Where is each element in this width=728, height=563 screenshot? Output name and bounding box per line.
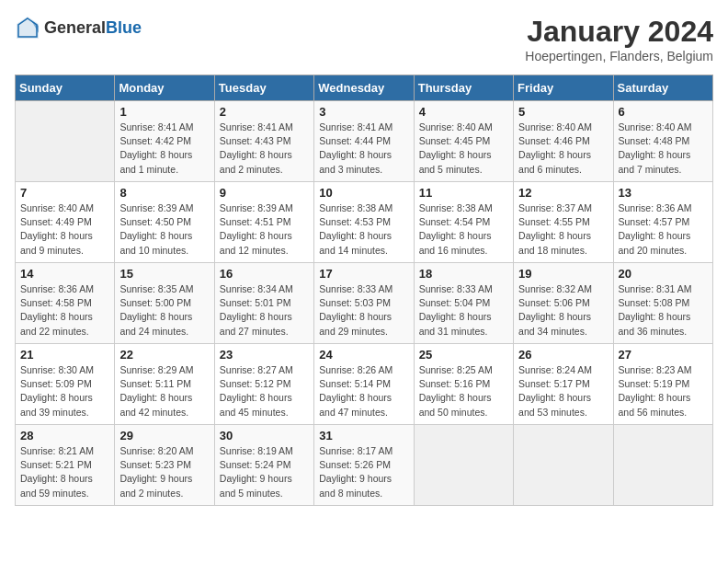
day-number: 23 — [220, 348, 309, 362]
day-info: Sunrise: 8:33 AMSunset: 5:04 PMDaylight:… — [419, 282, 508, 339]
day-number: 29 — [119, 429, 209, 442]
calendar-day-cell: 7Sunrise: 8:40 AMSunset: 4:49 PMDaylight… — [16, 182, 115, 263]
day-info: Sunrise: 8:24 AMSunset: 5:17 PMDaylight:… — [518, 363, 608, 419]
calendar-day-cell: 11Sunrise: 8:38 AMSunset: 4:54 PMDayligh… — [414, 182, 513, 263]
calendar-day-cell: 31Sunrise: 8:17 AMSunset: 5:26 PMDayligh… — [314, 425, 414, 506]
day-number: 31 — [319, 429, 408, 442]
calendar-table: SundayMondayTuesdayWednesdayThursdayFrid… — [15, 75, 713, 506]
day-info: Sunrise: 8:39 AMSunset: 4:50 PMDaylight:… — [119, 201, 209, 258]
day-number: 13 — [619, 186, 708, 200]
calendar-day-cell — [514, 425, 613, 506]
day-info: Sunrise: 8:23 AMSunset: 5:19 PMDaylight:… — [619, 363, 708, 419]
day-info: Sunrise: 8:38 AMSunset: 4:53 PMDaylight:… — [319, 201, 408, 258]
calendar-day-cell: 15Sunrise: 8:35 AMSunset: 5:00 PMDayligh… — [115, 263, 214, 344]
calendar-day-cell: 14Sunrise: 8:36 AMSunset: 4:58 PMDayligh… — [16, 263, 115, 344]
calendar-day-cell: 17Sunrise: 8:33 AMSunset: 5:03 PMDayligh… — [314, 263, 414, 344]
day-number: 14 — [20, 267, 109, 281]
svg-marker-0 — [17, 17, 39, 39]
calendar-day-cell: 30Sunrise: 8:19 AMSunset: 5:24 PMDayligh… — [214, 425, 313, 506]
calendar-day-cell: 3Sunrise: 8:41 AMSunset: 4:44 PMDaylight… — [314, 101, 414, 182]
calendar-day-cell: 12Sunrise: 8:37 AMSunset: 4:55 PMDayligh… — [514, 182, 613, 263]
day-info: Sunrise: 8:17 AMSunset: 5:26 PMDaylight:… — [319, 444, 408, 500]
logo-blue: Blue — [106, 18, 142, 37]
calendar-day-cell: 25Sunrise: 8:25 AMSunset: 5:16 PMDayligh… — [414, 344, 513, 425]
day-info: Sunrise: 8:20 AMSunset: 5:23 PMDaylight:… — [119, 444, 209, 500]
day-number: 17 — [319, 267, 408, 281]
calendar-day-cell: 27Sunrise: 8:23 AMSunset: 5:19 PMDayligh… — [613, 344, 712, 425]
calendar-day-header: Wednesday — [314, 75, 414, 101]
day-info: Sunrise: 8:27 AMSunset: 5:12 PMDaylight:… — [220, 363, 309, 419]
calendar-day-cell: 4Sunrise: 8:40 AMSunset: 4:45 PMDaylight… — [414, 101, 513, 182]
day-info: Sunrise: 8:39 AMSunset: 4:51 PMDaylight:… — [220, 201, 309, 258]
calendar-day-cell — [414, 425, 513, 506]
day-info: Sunrise: 8:40 AMSunset: 4:49 PMDaylight:… — [20, 201, 109, 258]
day-info: Sunrise: 8:26 AMSunset: 5:14 PMDaylight:… — [319, 363, 408, 419]
calendar-day-header: Sunday — [16, 75, 115, 101]
calendar-day-cell — [16, 101, 115, 182]
calendar-day-cell: 23Sunrise: 8:27 AMSunset: 5:12 PMDayligh… — [214, 344, 313, 425]
day-number: 12 — [518, 186, 608, 200]
day-info: Sunrise: 8:34 AMSunset: 5:01 PMDaylight:… — [220, 282, 309, 339]
calendar-day-header: Saturday — [613, 75, 712, 101]
day-number: 27 — [619, 348, 708, 362]
day-number: 10 — [319, 186, 408, 200]
calendar-day-cell: 19Sunrise: 8:32 AMSunset: 5:06 PMDayligh… — [514, 263, 613, 344]
day-number: 7 — [20, 186, 109, 200]
calendar-day-header: Tuesday — [214, 75, 313, 101]
month-year-title: January 2024 — [525, 15, 713, 49]
calendar-day-header: Monday — [115, 75, 214, 101]
calendar-day-cell: 28Sunrise: 8:21 AMSunset: 5:21 PMDayligh… — [16, 425, 115, 506]
calendar-day-cell: 26Sunrise: 8:24 AMSunset: 5:17 PMDayligh… — [514, 344, 613, 425]
day-number: 19 — [518, 267, 608, 281]
day-info: Sunrise: 8:30 AMSunset: 5:09 PMDaylight:… — [20, 363, 109, 419]
calendar-day-header: Friday — [514, 75, 613, 101]
calendar-week-row: 7Sunrise: 8:40 AMSunset: 4:49 PMDaylight… — [16, 182, 713, 263]
day-info: Sunrise: 8:37 AMSunset: 4:55 PMDaylight:… — [518, 201, 608, 258]
day-number: 20 — [619, 267, 708, 281]
day-number: 25 — [419, 348, 508, 362]
day-info: Sunrise: 8:29 AMSunset: 5:11 PMDaylight:… — [119, 363, 209, 419]
calendar-day-cell: 20Sunrise: 8:31 AMSunset: 5:08 PMDayligh… — [613, 263, 712, 344]
day-info: Sunrise: 8:40 AMSunset: 4:45 PMDaylight:… — [419, 121, 508, 177]
logo-text: GeneralBlue — [44, 18, 142, 38]
day-number: 1 — [119, 105, 209, 119]
calendar-week-row: 1Sunrise: 8:41 AMSunset: 4:42 PMDaylight… — [16, 101, 713, 182]
logo: GeneralBlue — [15, 15, 142, 40]
calendar-day-cell: 2Sunrise: 8:41 AMSunset: 4:43 PMDaylight… — [214, 101, 313, 182]
location-subtitle: Hoepertingen, Flanders, Belgium — [525, 49, 713, 63]
day-number: 11 — [419, 186, 508, 200]
day-number: 24 — [319, 348, 408, 362]
day-number: 28 — [20, 429, 109, 442]
day-number: 9 — [220, 186, 309, 200]
logo-general: General — [44, 18, 106, 37]
day-info: Sunrise: 8:40 AMSunset: 4:48 PMDaylight:… — [619, 121, 708, 177]
calendar-week-row: 21Sunrise: 8:30 AMSunset: 5:09 PMDayligh… — [16, 344, 713, 425]
calendar-day-cell: 29Sunrise: 8:20 AMSunset: 5:23 PMDayligh… — [115, 425, 214, 506]
day-number: 22 — [119, 348, 209, 362]
calendar-day-cell: 16Sunrise: 8:34 AMSunset: 5:01 PMDayligh… — [214, 263, 313, 344]
logo-icon — [15, 15, 40, 40]
day-number: 2 — [220, 105, 309, 119]
day-number: 16 — [220, 267, 309, 281]
calendar-day-cell: 5Sunrise: 8:40 AMSunset: 4:46 PMDaylight… — [514, 101, 613, 182]
day-info: Sunrise: 8:41 AMSunset: 4:42 PMDaylight:… — [119, 121, 209, 177]
day-info: Sunrise: 8:36 AMSunset: 4:58 PMDaylight:… — [20, 282, 109, 339]
day-info: Sunrise: 8:36 AMSunset: 4:57 PMDaylight:… — [619, 201, 708, 258]
day-info: Sunrise: 8:38 AMSunset: 4:54 PMDaylight:… — [419, 201, 508, 258]
calendar-day-cell: 6Sunrise: 8:40 AMSunset: 4:48 PMDaylight… — [613, 101, 712, 182]
day-info: Sunrise: 8:41 AMSunset: 4:43 PMDaylight:… — [220, 121, 309, 177]
day-number: 6 — [619, 105, 708, 119]
calendar-day-cell: 9Sunrise: 8:39 AMSunset: 4:51 PMDaylight… — [214, 182, 313, 263]
day-info: Sunrise: 8:41 AMSunset: 4:44 PMDaylight:… — [319, 121, 408, 177]
day-number: 21 — [20, 348, 109, 362]
calendar-day-cell: 8Sunrise: 8:39 AMSunset: 4:50 PMDaylight… — [115, 182, 214, 263]
calendar-day-cell: 10Sunrise: 8:38 AMSunset: 4:53 PMDayligh… — [314, 182, 414, 263]
day-info: Sunrise: 8:40 AMSunset: 4:46 PMDaylight:… — [518, 121, 608, 177]
day-number: 8 — [119, 186, 209, 200]
day-number: 4 — [419, 105, 508, 119]
calendar-day-cell: 21Sunrise: 8:30 AMSunset: 5:09 PMDayligh… — [16, 344, 115, 425]
calendar-day-cell — [613, 425, 712, 506]
calendar-day-cell: 13Sunrise: 8:36 AMSunset: 4:57 PMDayligh… — [613, 182, 712, 263]
day-number: 3 — [319, 105, 408, 119]
calendar-day-cell: 22Sunrise: 8:29 AMSunset: 5:11 PMDayligh… — [115, 344, 214, 425]
